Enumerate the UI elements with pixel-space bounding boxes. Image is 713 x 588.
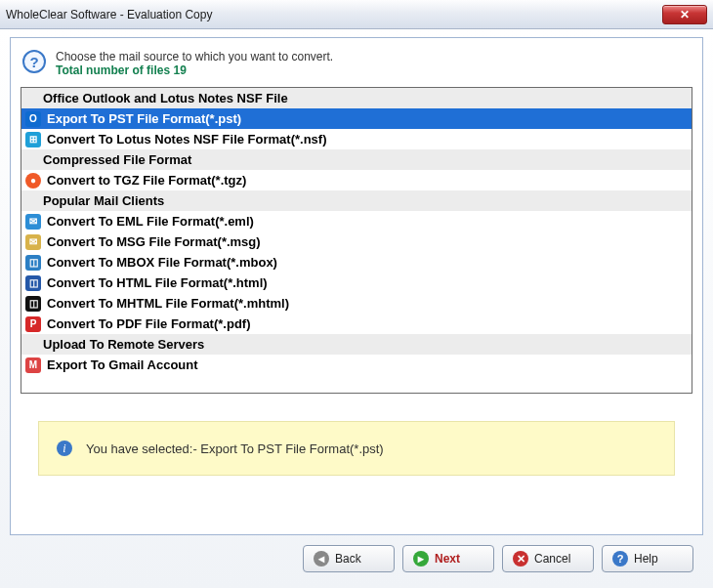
button-row: ◄ Back ► Next ✕ Cancel ? Help	[10, 535, 703, 572]
cancel-button[interactable]: ✕ Cancel	[502, 545, 594, 572]
next-icon: ►	[413, 551, 429, 567]
group-header: Upload To Remote Servers	[21, 334, 692, 355]
selection-info: i You have selected:- Export To PST File…	[38, 421, 675, 476]
pdf-icon: P	[25, 316, 41, 332]
list-item-label: Convert to TGZ File Format(*.tgz)	[47, 173, 246, 188]
list-item-nsf[interactable]: ⊞ Convert To Lotus Notes NSF File Format…	[21, 129, 692, 149]
msg-icon: ✉	[25, 234, 41, 250]
list-item-label: Convert To PDF File Format(*.pdf)	[47, 316, 250, 331]
list-item-label: Convert To MSG File Format(*.msg)	[47, 234, 261, 249]
list-item-label: Convert To HTML File Format(*.html)	[47, 275, 268, 290]
eml-icon: ✉	[25, 214, 41, 230]
file-count: Total number of files 19	[56, 63, 333, 77]
close-button[interactable]: ✕	[662, 5, 707, 24]
next-button[interactable]: ► Next	[402, 545, 494, 572]
mbox-icon: ◫	[25, 255, 41, 271]
close-icon: ✕	[680, 8, 690, 21]
list-item-label: Export To PST File Format(*.pst)	[47, 111, 241, 126]
group-header: Compressed File Format	[21, 149, 692, 170]
tgz-icon: ●	[25, 173, 41, 189]
list-item-label: Export To Gmail Account	[47, 357, 198, 372]
list-item-gmail[interactable]: M Export To Gmail Account	[21, 355, 692, 375]
window-title: WholeClear Software - Evaluation Copy	[6, 8, 212, 21]
list-item-msg[interactable]: ✉ Convert To MSG File Format(*.msg)	[21, 231, 692, 252]
list-item-mbox[interactable]: ◫ Convert To MBOX File Format(*.mbox)	[21, 252, 692, 273]
content-frame: ? Choose the mail source to which you wa…	[10, 37, 703, 535]
list-item-pst[interactable]: O Export To PST File Format(*.pst)	[21, 108, 692, 129]
next-button-label: Next	[435, 552, 460, 566]
info-icon: i	[57, 441, 72, 456]
html-icon: ◫	[25, 275, 41, 291]
list-item-label: Convert To MHTML File Format(*.mhtml)	[47, 296, 289, 311]
header-text: Choose the mail source to which you want…	[56, 50, 333, 77]
question-icon: ?	[22, 50, 46, 73]
titlebar: WholeClear Software - Evaluation Copy ✕	[0, 0, 713, 29]
back-button-label: Back	[335, 552, 361, 566]
cancel-icon: ✕	[513, 551, 528, 567]
help-button[interactable]: ? Help	[602, 545, 693, 572]
nsf-icon: ⊞	[25, 132, 41, 147]
group-header: Office Outlook and Lotus Notes NSF File	[21, 88, 692, 108]
list-item-pdf[interactable]: P Convert To PDF File Format(*.pdf)	[21, 314, 692, 334]
outlook-icon: O	[25, 111, 41, 127]
format-list[interactable]: Office Outlook and Lotus Notes NSF File …	[21, 87, 692, 394]
cancel-button-label: Cancel	[534, 552, 570, 566]
list-item-label: Convert To MBOX File Format(*.mbox)	[47, 255, 277, 270]
gmail-icon: M	[25, 357, 41, 373]
help-button-label: Help	[634, 552, 658, 566]
list-item-html[interactable]: ◫ Convert To HTML File Format(*.html)	[21, 273, 692, 293]
selection-info-text: You have selected:- Export To PST File F…	[86, 441, 384, 456]
list-item-tgz[interactable]: ● Convert to TGZ File Format(*.tgz)	[21, 170, 692, 190]
list-item-eml[interactable]: ✉ Convert To EML File Format(*.eml)	[21, 211, 692, 231]
instruction-text: Choose the mail source to which you want…	[56, 50, 333, 63]
list-item-label: Convert To Lotus Notes NSF File Format(*…	[47, 132, 327, 147]
list-item-label: Convert To EML File Format(*.eml)	[47, 214, 254, 229]
help-icon: ?	[612, 551, 628, 567]
back-button[interactable]: ◄ Back	[303, 545, 395, 572]
mhtml-icon: ◫	[25, 296, 41, 312]
list-item-mhtml[interactable]: ◫ Convert To MHTML File Format(*.mhtml)	[21, 293, 692, 314]
group-header: Popular Mail Clients	[21, 190, 692, 211]
main-area: ? Choose the mail source to which you wa…	[0, 29, 713, 588]
back-icon: ◄	[314, 551, 329, 567]
header: ? Choose the mail source to which you wa…	[21, 46, 692, 87]
